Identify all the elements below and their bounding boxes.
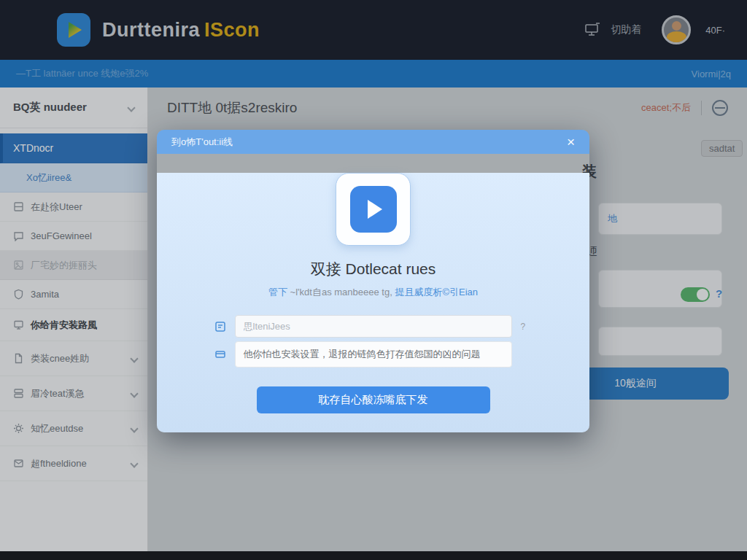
bottom-bar	[0, 551, 747, 560]
modal-header-title: 到o怖T'out:ii线	[171, 136, 233, 149]
download-button[interactable]: 耽存自心酸冻嘴底下发	[257, 386, 490, 413]
play-icon	[350, 186, 397, 233]
download-modal: 到o怖T'out:ii线 × 双接 Dotlecat rues 管下 ~l'kd…	[157, 130, 589, 432]
modal-header: 到o怖T'out:ii线 ×	[157, 130, 589, 154]
modal-title: 双接 Dotlecat rues	[157, 259, 589, 279]
subtitle-link-right[interactable]: 提且威度析©引Eian	[395, 287, 478, 298]
modal-input-row: ?	[206, 315, 541, 338]
hint-icon[interactable]: ?	[521, 322, 533, 332]
card-icon	[214, 349, 226, 360]
modal-subtitle: 管下 ~l'kdt自as manbeeee tg, 提且威度析©引Eian	[157, 286, 589, 299]
subtitle-text: ~l'kdt自as manbeeee tg,	[290, 287, 392, 298]
app-window: DurtteniraIScon 切助着 40F· —T工 lattnäer un…	[0, 0, 747, 560]
subtitle-link-left[interactable]: 管下	[268, 287, 287, 298]
download-path-input[interactable]	[235, 315, 512, 338]
app-icon-card	[336, 173, 411, 246]
modal-body: 双接 Dotlecat rues 管下 ~l'kdt自as manbeeee t…	[157, 173, 589, 432]
install-note-field[interactable]: 他你怕也安装设置，退报的链鸽色打存值怨国的凶的问题	[235, 341, 512, 368]
document-icon	[214, 321, 226, 332]
close-icon[interactable]: ×	[567, 135, 575, 149]
modal-note-row: 他你怕也安装设置，退报的链鸽色打存值怨国的凶的问题	[206, 341, 541, 368]
